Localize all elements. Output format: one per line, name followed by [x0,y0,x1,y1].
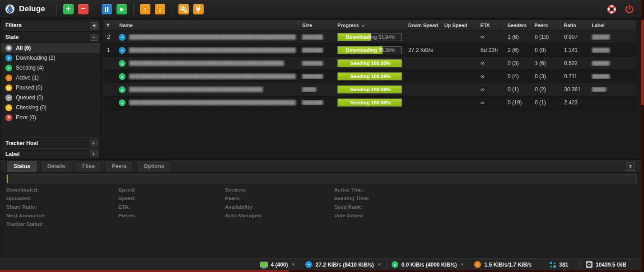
torrent-row[interactable]: ██████████████████████████████████████ █… [103,83,636,96]
add-torrent-button[interactable] [63,4,74,14]
name-cell: ████████████████████████████████████████… [116,47,299,54]
label-section-header[interactable]: Label + [1,148,100,159]
queue-up-button[interactable] [140,4,150,14]
peers-cell: 0 (2) [532,86,561,93]
status-field-label: Peers: [225,196,262,204]
torrent-state-icon [119,73,126,80]
statusbar-icon [474,261,481,268]
state-icon [5,75,12,81]
collapse-section-icon[interactable]: − [90,34,98,41]
column-up-speed[interactable]: Up Speed ▲ [441,20,477,30]
horizontal-scrollbar-thumb[interactable] [0,270,289,272]
collapse-sidebar-button[interactable]: ◀ [90,22,98,29]
peers-cell: 1 (6) [532,60,561,66]
toolbar-separator [56,3,57,15]
progress-bar: Downloading 70.50% Downloading 70.50% [337,46,402,54]
expand-section-icon[interactable]: + [90,140,98,146]
column-name[interactable]: Name ▲ [116,20,299,30]
statusbar-icon [586,261,593,268]
connection-manager-button[interactable] [193,4,204,14]
filter-state-seeding[interactable]: Seeding (4) [1,63,100,73]
progress-sliver [7,175,8,183]
help-button[interactable] [606,4,617,15]
tab-details[interactable]: Details [40,160,72,172]
column-ratio[interactable]: Ratio ▲ [560,20,588,30]
progress-cell: Seeding 100.00% Seeding 100.00% [334,85,405,94]
torrent-row[interactable]: ████████████████████████████████████████… [103,70,636,83]
statusbar-value: 4 (400) [271,262,288,268]
column-progress[interactable]: Progress ▲ [334,20,405,30]
column-down-speed[interactable]: Down Speed ▲ [405,20,441,30]
tracker-host-title: Tracker Host [5,140,38,146]
toolbar-separator [133,3,134,15]
status-field-label: Uploaded: [6,196,46,204]
preferences-button[interactable] [178,4,189,14]
column-size[interactable]: Size ▲ [299,20,334,30]
peers-cell: 0 (13) [532,34,561,40]
column-label[interactable]: Label ▲ [588,20,635,30]
seeders-cell: 0 (19) [504,99,532,106]
selected-torrent-progress-bar [6,174,637,183]
torrent-row[interactable]: ████████████████████████████████████████… [103,96,636,109]
statusbar-free-space[interactable]: 10439.5 GiB ▼ [580,261,639,268]
tab-options[interactable]: Options [136,160,171,172]
statusbar-icon [305,261,312,268]
tracker-host-section-header[interactable]: Tracker Host + [1,137,100,148]
state-icon [5,94,12,101]
torrent-size-redacted: ██████ [302,47,323,53]
tab-peers[interactable]: Peers [104,160,134,172]
progress-bar: Seeding 100.00% Seeding 100.00% [337,85,402,94]
filter-state-active[interactable]: Active (1) [1,73,100,83]
statusbar-connections[interactable]: 4 (400) ▼ [255,261,300,268]
torrent-row[interactable]: ████████████████████████████████████████… [103,57,636,70]
filter-state-checking[interactable]: Checking (0) [1,103,100,113]
column-number[interactable]: # ▲ [103,20,116,30]
vertical-scrollbar[interactable] [641,0,644,272]
torrent-state-icon [119,47,126,54]
columns-filter-button[interactable] [626,162,635,171]
name-cell: ████████████████████████████████████████… [116,34,299,41]
statusbar-dht-nodes[interactable]: 381 ▼ [544,261,580,268]
column-seeders[interactable]: Seeders ▲ [504,20,531,30]
statusbar-value: 381 [559,262,568,268]
torrent-row[interactable]: 1 ██████████████████████████████████████… [103,44,636,57]
tab-status[interactable]: Status [6,160,37,172]
filter-state-all[interactable]: All (6) [1,43,100,53]
column-peers[interactable]: Peers ▲ [531,20,560,30]
filter-state-error[interactable]: Error (0) [1,113,100,122]
status-field-label: Active Time: [334,187,369,196]
size-cell: ██████ [299,74,334,79]
horizontal-scrollbar[interactable] [0,270,641,272]
label-cell: ████ [589,87,636,92]
detail-tabs: StatusDetailsFilesPeersOptions [1,161,641,172]
resume-button[interactable] [117,4,127,14]
collapsed-filter-sections: Tracker Host + Label + [1,137,100,159]
expand-section-icon[interactable]: + [90,150,98,157]
filter-state-downloading[interactable]: Downloading (2) [1,53,100,63]
status-field-label: ETA: [118,204,136,213]
torrent-size-redacted: ██████ [302,34,323,40]
column-eta[interactable]: ETA ▲ [477,20,504,30]
gears-icon [179,5,188,14]
torrent-size-redacted: ████ [302,87,316,92]
state-section-header[interactable]: State − [1,32,100,43]
queue-down-button[interactable] [155,4,165,14]
logout-button[interactable] [624,4,635,15]
filter-state-paused[interactable]: Paused (0) [1,83,100,93]
label-cell: █████ [589,61,636,66]
statusbar-upload-speed[interactable]: 0.0 KiB/s (4000 KiB/s) ▼ [386,261,469,268]
torrent-table: # ▲ Name ▲ Size ▲ Progress ▲ Down Speed … [103,20,636,159]
pause-button[interactable] [102,4,112,14]
label-cell: █████ [589,47,636,53]
vertical-scrollbar-thumb[interactable] [641,20,644,105]
filter-state-queued[interactable]: Queued (0) [1,93,100,103]
statusbar-protocol-traffic[interactable]: 1.5 KiB/s/1.7 KiB/s ▼ [469,261,544,268]
torrent-row[interactable]: 2 ██████████████████████████████████████… [103,31,636,44]
progress-bar: Downloading 51.84% Downloading 51.84% [337,33,402,41]
remove-torrent-button[interactable] [78,4,89,14]
eta-cell: ∞ [477,86,504,93]
statusbar-download-speed[interactable]: 27.2 KiB/s (8410 KiB/s) ▼ [300,261,386,268]
progress-bar-fill: Seeding 100.00% [338,86,401,93]
tab-files[interactable]: Files [75,160,102,172]
peers-cell: 0 (8) [532,47,561,53]
